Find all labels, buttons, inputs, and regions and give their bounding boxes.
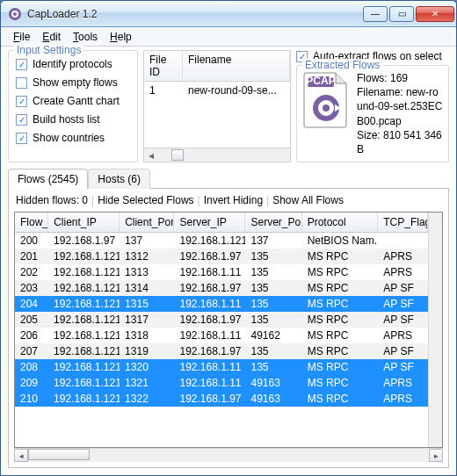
- input-settings-group: Input Settings ✓Identify protocolsShow e…: [8, 50, 138, 162]
- extracted-flows-group: Extracted Flows PCAP Flows: 169 Filename…: [296, 65, 449, 162]
- table-row[interactable]: 201192.168.1.1211312192.168.1.97135MS RP…: [15, 249, 428, 264]
- table-row[interactable]: 207192.168.1.1211319192.168.1.97135MS RP…: [15, 343, 428, 359]
- flows-size: Size: 810 541 346 B: [357, 128, 443, 156]
- checkbox-label: Identify protocols: [33, 58, 112, 70]
- extracted-info: Flows: 169 Filename: new-round-09-set.25…: [357, 71, 443, 156]
- file-row-name: new-round-09-se...: [188, 84, 277, 97]
- tabstrip: Flows (2545) Hosts (6): [1, 168, 456, 188]
- checkbox-label: Build hosts list: [33, 113, 100, 126]
- svg-text:PCAP: PCAP: [306, 75, 335, 87]
- file-hscroll[interactable]: ◂: [144, 148, 290, 162]
- menu-help[interactable]: Help: [105, 29, 137, 45]
- table-row[interactable]: 209192.168.1.1211321192.168.1.1149163MS …: [15, 375, 428, 391]
- checkbox-label: Show empty flows: [33, 76, 118, 89]
- tab-hosts[interactable]: Hosts (6): [88, 169, 150, 189]
- pcap-file-icon[interactable]: PCAP: [302, 71, 350, 156]
- col-server-ip[interactable]: Server_IP: [174, 213, 245, 232]
- checkbox-icon[interactable]: ✓: [16, 133, 27, 144]
- flows-count: Flows: 169: [357, 71, 443, 85]
- col-protocol[interactable]: Protocol: [302, 213, 379, 232]
- extracted-legend: Extracted Flows: [302, 59, 382, 71]
- flows-grid: Flow_ Client_IP Client_Port Server_IP Se…: [14, 212, 443, 448]
- hscroll-left-icon[interactable]: ◂: [14, 449, 28, 462]
- app-icon: [8, 7, 22, 21]
- file-col-name[interactable]: Filename: [183, 51, 290, 81]
- grid-hscroll[interactable]: ◂ ▸: [14, 448, 443, 462]
- table-row[interactable]: 208192.168.1.1211320192.168.1.11135MS RP…: [15, 359, 428, 375]
- show-all-button[interactable]: Show All Flows: [272, 194, 344, 206]
- table-row[interactable]: 204192.168.1.1211315192.168.1.11135MS RP…: [15, 296, 428, 312]
- table-row[interactable]: 202192.168.1.1211313192.168.1.11135MS RP…: [15, 264, 428, 280]
- invert-hiding-button[interactable]: Invert Hiding: [204, 194, 263, 206]
- flows-toolbar: Hidden flows: 0 | Hide Selected Flows | …: [9, 194, 448, 212]
- table-row[interactable]: 203192.168.1.1211314192.168.1.97135MS RP…: [15, 280, 428, 296]
- file-table: File ID Filename 1 new-round-09-se... ◂: [143, 50, 291, 162]
- grid-header: Flow_ Client_IP Client_Port Server_IP Se…: [15, 213, 428, 233]
- grid-vscroll[interactable]: [428, 213, 442, 447]
- checkbox-icon[interactable]: [16, 77, 27, 89]
- hscroll-right-icon[interactable]: ▸: [429, 449, 443, 462]
- checkbox-label: Create Gantt chart: [33, 95, 120, 107]
- window-title: CapLoader 1.2: [27, 8, 363, 20]
- hscroll-thumb[interactable]: [28, 449, 90, 460]
- checkbox-icon[interactable]: ✓: [16, 114, 27, 126]
- hide-selected-button[interactable]: Hide Selected Flows: [98, 194, 193, 206]
- svg-point-0: [9, 8, 21, 20]
- hidden-flows-label: Hidden flows: 0: [16, 194, 88, 206]
- setting-build-hosts-list[interactable]: ✓Build hosts list: [16, 113, 130, 126]
- file-row[interactable]: 1 new-round-09-se...: [144, 82, 290, 99]
- table-row[interactable]: 200192.168.1.97137192.168.1.121137NetBIO…: [15, 233, 428, 249]
- col-client-port[interactable]: Client_Port: [120, 213, 174, 232]
- checkbox-label: Show countries: [33, 132, 105, 144]
- tab-flows[interactable]: Flows (2545): [8, 169, 88, 189]
- file-col-id[interactable]: File ID: [144, 51, 183, 81]
- close-button[interactable]: ✕: [416, 6, 454, 22]
- table-row[interactable]: 205192.168.1.1211317192.168.1.97135MS RP…: [15, 312, 428, 328]
- setting-show-empty-flows[interactable]: Show empty flows: [16, 76, 130, 89]
- menu-file[interactable]: File: [8, 29, 35, 45]
- input-settings-legend: Input Settings: [14, 44, 83, 56]
- setting-identify-protocols[interactable]: ✓Identify protocols: [16, 58, 130, 70]
- minimize-button[interactable]: —: [363, 6, 388, 22]
- app-window: CapLoader 1.2 — ▭ ✕ File Edit Tools Help…: [0, 0, 457, 476]
- table-row[interactable]: 206192.168.1.1211318192.168.1.1149162MS …: [15, 328, 428, 343]
- col-client-ip[interactable]: Client_IP: [48, 213, 120, 232]
- checkbox-icon[interactable]: ✓: [16, 59, 27, 70]
- menu-tools[interactable]: Tools: [68, 29, 103, 45]
- titlebar[interactable]: CapLoader 1.2 — ▭ ✕: [1, 1, 456, 27]
- flows-panel: Hidden flows: 0 | Hide Selected Flows | …: [8, 188, 449, 468]
- maximize-button[interactable]: ▭: [389, 6, 414, 22]
- col-flow[interactable]: Flow_: [15, 213, 48, 232]
- col-tcp-flags[interactable]: TCP_Flags: [378, 213, 428, 232]
- file-row-id: 1: [149, 84, 188, 97]
- menu-edit[interactable]: Edit: [37, 29, 66, 45]
- flows-filename: Filename: new-round-09-set.253ECB00.pcap: [357, 85, 443, 128]
- col-server-port[interactable]: Server_Port: [245, 213, 301, 232]
- setting-create-gantt-chart[interactable]: ✓Create Gantt chart: [16, 95, 130, 107]
- checkbox-icon[interactable]: ✓: [16, 96, 27, 107]
- table-row[interactable]: 210192.168.1.1211322192.168.1.9749163MS …: [15, 391, 428, 407]
- setting-show-countries[interactable]: ✓Show countries: [16, 132, 130, 144]
